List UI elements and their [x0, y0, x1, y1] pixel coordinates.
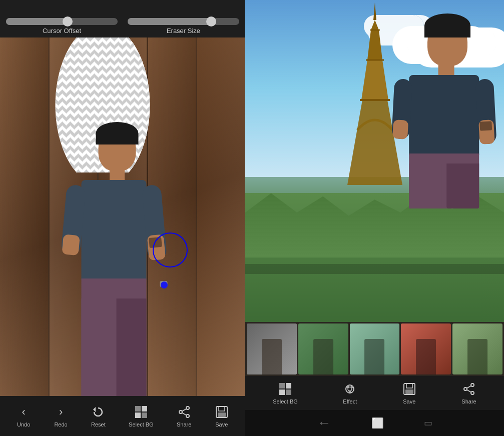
- person-hair: [96, 122, 139, 144]
- thumb-3-person: [365, 339, 385, 374]
- eraser-size-group: Eraser Size: [128, 18, 239, 34]
- thumbnail-2[interactable]: [298, 324, 348, 374]
- person-pants: [82, 278, 147, 396]
- share-icon-left: [177, 405, 191, 419]
- person-head: [99, 126, 136, 171]
- svg-rect-11: [219, 406, 225, 411]
- svg-rect-1: [135, 406, 141, 412]
- right-person-hair: [424, 14, 470, 38]
- svg-point-24: [349, 390, 351, 392]
- redo-label: Redo: [54, 422, 67, 428]
- select-bg-button-left[interactable]: Select BG: [124, 402, 159, 430]
- save-icon-left: [215, 405, 229, 419]
- top-controls: Cursor Offset Eraser Size: [0, 0, 245, 38]
- save-label-right: Save: [403, 398, 415, 404]
- svg-point-5: [186, 406, 189, 410]
- svg-line-9: [182, 412, 186, 415]
- canvas-area[interactable]: [0, 38, 245, 396]
- right-person-left-hand: [392, 120, 408, 140]
- save-icon-right: [402, 382, 416, 396]
- svg-rect-4: [142, 412, 147, 418]
- right-person-tattoo: [479, 122, 492, 131]
- svg-rect-12: [218, 412, 226, 417]
- share-label-right: Share: [461, 398, 476, 404]
- plank-5: [197, 38, 245, 396]
- eraser-size-label: Eraser Size: [167, 27, 200, 34]
- thumbnail-strip: [245, 322, 504, 376]
- svg-point-7: [179, 410, 182, 414]
- share-icon-right: [462, 382, 476, 396]
- cursor-offset-label: Cursor Offset: [43, 27, 81, 34]
- back-nav-button[interactable]: ←: [317, 415, 331, 431]
- home-nav-button[interactable]: ⬜: [371, 417, 384, 429]
- cursor-offset-group: Cursor Offset: [6, 18, 118, 34]
- thumbnail-3[interactable]: [350, 324, 400, 374]
- right-person-pants: [409, 154, 479, 208]
- save-button-left[interactable]: Save: [210, 402, 234, 430]
- select-bg-label-right: Select BG: [273, 398, 298, 404]
- share-button-right[interactable]: Share: [456, 379, 481, 408]
- crowd-strip: [245, 264, 504, 274]
- right-person-right-arm: [475, 78, 496, 144]
- redo-button[interactable]: › Redo: [49, 402, 73, 430]
- svg-line-31: [467, 386, 471, 388]
- thumb-4-person: [416, 339, 436, 374]
- save-label-left: Save: [215, 422, 228, 428]
- thumb-5-person: [467, 339, 487, 374]
- save-button-right[interactable]: Save: [397, 379, 421, 408]
- reset-button[interactable]: Reset: [86, 402, 111, 430]
- recents-nav-button[interactable]: ▭: [424, 418, 432, 428]
- svg-point-23: [351, 386, 353, 388]
- navigation-bar: ← ⬜ ▭: [245, 410, 504, 436]
- svg-rect-27: [405, 390, 413, 394]
- svg-rect-17: [286, 383, 291, 388]
- left-arm: [61, 184, 86, 256]
- reset-icon: [91, 405, 105, 419]
- left-leg: [82, 298, 112, 396]
- right-leg: [117, 298, 147, 396]
- svg-rect-16: [279, 383, 285, 388]
- left-panel: Cursor Offset Eraser Size: [0, 0, 245, 436]
- thumbnail-5[interactable]: [452, 324, 502, 374]
- svg-rect-26: [406, 384, 412, 388]
- ground-area: [245, 193, 504, 322]
- svg-rect-19: [286, 390, 291, 395]
- svg-point-6: [186, 414, 189, 418]
- reset-label: Reset: [91, 422, 106, 428]
- svg-rect-3: [135, 412, 141, 418]
- left-hand: [62, 234, 80, 256]
- main-photo-area: [245, 0, 504, 322]
- svg-line-32: [467, 390, 471, 392]
- cursor-dot: [161, 282, 168, 288]
- right-person-head: [427, 18, 467, 66]
- right-panel: Select BG Effect: [245, 0, 504, 436]
- svg-rect-2: [142, 406, 147, 412]
- select-bg-button-right[interactable]: Select BG: [268, 379, 303, 408]
- undo-label: Undo: [17, 422, 30, 428]
- redo-icon: ›: [54, 405, 68, 419]
- svg-marker-0: [93, 407, 96, 412]
- eraser-cursor: [153, 232, 188, 268]
- effect-icon: [343, 382, 357, 396]
- thumbnail-1[interactable]: [247, 324, 297, 374]
- undo-button[interactable]: ‹ Undo: [12, 402, 36, 430]
- thumb-1-person: [262, 339, 282, 374]
- share-label-left: Share: [177, 422, 191, 428]
- eraser-size-slider[interactable]: [128, 18, 239, 25]
- right-person-left-arm: [391, 78, 412, 140]
- right-person-left-leg: [409, 164, 441, 208]
- effect-label: Effect: [343, 398, 357, 404]
- select-bg-label-left: Select BG: [129, 422, 154, 428]
- svg-rect-18: [279, 390, 285, 395]
- thumbnail-4[interactable]: [401, 324, 451, 374]
- cursor-offset-slider[interactable]: [6, 18, 118, 25]
- svg-point-22: [347, 386, 349, 388]
- thumb-2-person: [313, 339, 333, 374]
- right-person-container: [399, 16, 491, 206]
- share-button-left[interactable]: Share: [172, 402, 196, 430]
- right-person-shirt: [409, 75, 479, 155]
- right-person-right-leg: [446, 164, 479, 208]
- left-bottom-toolbar: ‹ Undo › Redo Reset: [0, 396, 245, 436]
- effect-button[interactable]: Effect: [338, 379, 362, 408]
- svg-point-28: [471, 384, 474, 386]
